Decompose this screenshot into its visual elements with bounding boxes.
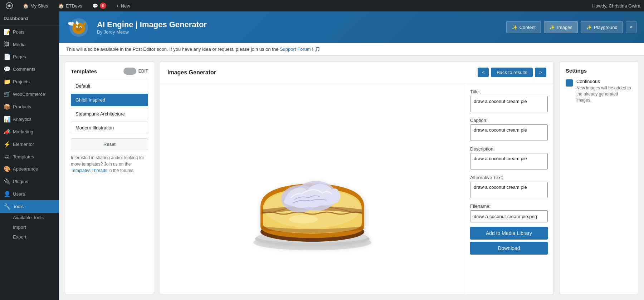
sidebar-sub-import[interactable]: Import (0, 222, 59, 232)
comments-icon: 💬 (4, 66, 10, 73)
sidebar-dashboard[interactable]: Dashboard (0, 11, 59, 26)
marketing-icon: 📣 (4, 128, 10, 135)
adminbar-wp-logo[interactable] (4, 0, 15, 11)
sidebar-sub-export[interactable]: Export (0, 232, 59, 242)
content-button[interactable]: ✨ Content (506, 21, 541, 33)
templates-note: Interested in sharing and/or looking for… (71, 154, 148, 174)
adminbar-comments[interactable]: 💬 0 (90, 0, 108, 11)
header-buttons: ✨ Content ✨ Images ✨ Playground × (506, 21, 637, 33)
edit-label: EDIT (138, 69, 148, 74)
elementor-icon: ⚡ (4, 141, 10, 148)
pages-icon: 📄 (4, 53, 10, 60)
images-button[interactable]: ✨ Images (544, 21, 578, 33)
template-steampunk[interactable]: Steampunk Architecture (71, 108, 148, 120)
meta-panel: Title: draw a coconut cream pie Caption:… (464, 83, 553, 294)
reset-button[interactable]: Reset (71, 138, 148, 150)
content-sun-icon: ✨ (512, 25, 517, 30)
generator-panel: Images Generator < Back to results > (160, 62, 554, 294)
panel-header: Templates EDIT (71, 68, 148, 75)
playground-button[interactable]: ✨ Playground (581, 21, 623, 33)
settings-continuous: Continuous New images will be added to t… (566, 79, 632, 103)
caption-field[interactable]: draw a coconut cream pie (470, 124, 548, 141)
template-modern[interactable]: Modern Illustration (71, 122, 148, 134)
download-button[interactable]: Download (470, 242, 548, 255)
plugin-title: AI Engine | Images Generator (97, 20, 501, 29)
templates-threads-link[interactable]: Templates Threads (71, 168, 107, 173)
sidebar-item-media[interactable]: 🖼 Media (0, 38, 59, 50)
appearance-icon: 🎨 (4, 166, 10, 172)
templates-panel: Templates EDIT Default Ghibli Inspired S… (65, 62, 154, 294)
description-label: Description: (470, 146, 548, 152)
svg-point-7 (76, 26, 77, 28)
sidebar-item-projects[interactable]: 📁 Projects (0, 75, 59, 88)
template-list: Default Ghibli Inspired Steampunk Archit… (71, 80, 148, 134)
svg-point-8 (80, 26, 81, 28)
products-icon: 📦 (4, 103, 10, 110)
template-default[interactable]: Default (71, 80, 148, 92)
projects-icon: 📁 (4, 78, 10, 85)
adminbar-site-name[interactable]: 🏠 ETDevs (56, 0, 84, 11)
sidebar-item-analytics[interactable]: 📊 Analytics (0, 113, 59, 126)
sidebar-sub-available-tools[interactable]: Available Tools (0, 213, 59, 222)
support-forum-link[interactable]: Support Forum (280, 46, 311, 52)
title-label: Title: (470, 89, 548, 94)
close-button[interactable]: × (626, 21, 637, 33)
site-home-icon: 🏠 (58, 3, 64, 9)
plus-icon: + (116, 3, 119, 9)
sidebar-item-posts[interactable]: 📝 Posts (0, 26, 59, 38)
filename-label: Filename: (470, 203, 548, 209)
plugin-logo (66, 16, 91, 38)
analytics-icon: 📊 (4, 116, 10, 123)
sidebar-item-woocommerce[interactable]: 🛒 WooCommerce (0, 88, 59, 100)
edit-toggle[interactable] (123, 68, 136, 75)
continuous-checkbox[interactable] (566, 79, 573, 87)
generator-body: Title: draw a coconut cream pie Caption:… (160, 83, 553, 294)
prev-button[interactable]: < (478, 68, 489, 77)
sidebar-item-elementor[interactable]: ⚡ Elementor (0, 138, 59, 151)
templates-icon: 🗂 (4, 153, 10, 160)
templates-title: Templates (71, 68, 97, 74)
sidebar-item-marketing[interactable]: 📣 Marketing (0, 126, 59, 138)
filename-field[interactable] (470, 210, 548, 222)
page-body: Templates EDIT Default Ghibli Inspired S… (59, 56, 644, 300)
alt-field[interactable]: draw a coconut cream pie (470, 182, 548, 198)
sidebar-item-products[interactable]: 📦 Products (0, 100, 59, 113)
home-icon: 🏠 (23, 3, 29, 9)
sidebar: Dashboard 📝 Posts 🖼 Media 📄 Pages 💬 Comm… (0, 11, 59, 300)
continuous-label: Continuous (576, 79, 632, 84)
sidebar-item-pages[interactable]: 📄 Pages (0, 50, 59, 63)
sidebar-item-tools[interactable]: 🔧 Tools (0, 200, 59, 213)
sidebar-item-appearance[interactable]: 🎨 Appearance (0, 163, 59, 175)
users-icon: 👤 (4, 191, 10, 197)
plugin-title-area: AI Engine | Images Generator By Jordy Me… (97, 20, 501, 35)
plugins-icon: 🔌 (4, 178, 10, 185)
sidebar-item-templates[interactable]: 🗂 Templates (0, 151, 59, 163)
back-to-results-button[interactable]: Back to results (491, 68, 533, 77)
media-icon: 🖼 (4, 41, 10, 48)
adminbar-my-sites[interactable]: 🏠 My Sites (21, 0, 50, 11)
next-button[interactable]: > (535, 68, 546, 77)
settings-panel: Settings Continuous New images will be a… (560, 62, 638, 294)
template-ghibli[interactable]: Ghibli Inspired (71, 94, 148, 106)
sidebar-item-comments[interactable]: 💬 Comments (0, 63, 59, 75)
plugin-subtitle: By Jordy Meow (97, 29, 501, 35)
comment-count: 0 (100, 3, 106, 9)
pie-image (241, 121, 384, 257)
tools-icon: 🔧 (4, 203, 10, 210)
comment-icon: 💬 (92, 3, 98, 9)
title-field[interactable]: draw a coconut cream pie (470, 96, 548, 112)
sidebar-item-plugins[interactable]: 🔌 Plugins (0, 175, 59, 188)
adminbar-new[interactable]: + New (114, 0, 132, 11)
settings-title: Settings (566, 68, 632, 74)
posts-icon: 📝 (4, 29, 10, 35)
info-bar: This will also be available in the Post … (59, 43, 644, 56)
description-field[interactable]: draw a coconut cream pie (470, 153, 548, 169)
sidebar-item-users[interactable]: 👤 Users (0, 188, 59, 200)
add-to-library-button[interactable]: Add to Media Library (470, 227, 548, 240)
svg-point-17 (289, 215, 318, 223)
woocommerce-icon: 🛒 (4, 91, 10, 98)
alt-label: Alternative Text: (470, 175, 548, 180)
generator-title: Images Generator (167, 69, 216, 76)
image-area (160, 83, 464, 294)
close-icon: × (630, 24, 633, 30)
